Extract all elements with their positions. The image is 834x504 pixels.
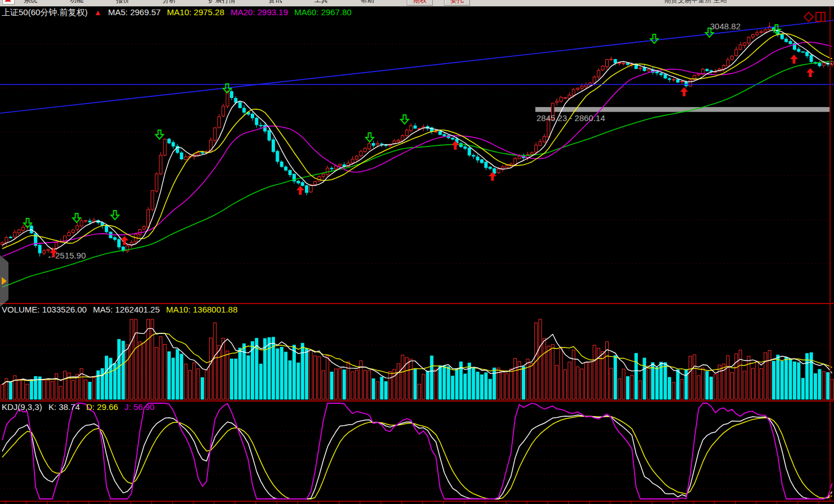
trend-lines[interactable] [0, 20, 834, 113]
trade-button[interactable]: 委托 [444, 0, 470, 6]
main-chart-header: 上证50(60分钟.前复权) ▲ MA5: 2969.57 MA10: 2975… [2, 7, 356, 18]
menu-item-tools[interactable]: 工具 [314, 0, 328, 5]
menu-item-help[interactable]: 帮助 [361, 0, 374, 5]
volume-ma10-label: MA10: 1368001.88 [166, 305, 238, 314]
ma20-label: MA20: 2993.19 [230, 7, 288, 17]
chart-title: 上证50(60分钟.前复权) [2, 7, 88, 17]
corner-icons[interactable] [804, 12, 825, 21]
menu-item-quotes[interactable]: 报价 [116, 0, 130, 5]
low-price-annotation: ←2515.90 [47, 251, 86, 260]
gap-zone-annotation: 2845.23 - 2860.14 [536, 113, 605, 123]
chart-canvas[interactable] [0, 0, 834, 504]
menu-item-function[interactable]: 功能 [70, 0, 83, 5]
expand-triangle-icon [2, 277, 7, 285]
options-button[interactable]: 期权 [407, 0, 433, 6]
server-status-label: 期货交易中金所 主站 [664, 0, 727, 5]
kdj-j-label: J: 56.90 [125, 402, 154, 412]
volume-header: VOLUME: 1033526.00 MA5: 1262401.25 MA10:… [2, 305, 242, 314]
menu-item-news[interactable]: 资讯 [268, 0, 282, 5]
menu-item-system[interactable]: 系统 [24, 0, 37, 5]
trading-terminal: 系统 功能 报价 分析 扩展行情 资讯 工具 帮助 期权 委托 期货交易中金所 … [0, 0, 834, 504]
panel-borders-axis [0, 6, 834, 504]
volume-ma5-label: MA5: 1262401.25 [93, 305, 159, 314]
volume-value-label: VOLUME: 1033526.00 [2, 305, 87, 314]
kdj-k-label: K: 38.74 [48, 402, 80, 412]
trend-up-arrow-icon: ▲ [94, 8, 102, 17]
menu-item-analysis[interactable]: 分析 [162, 0, 176, 5]
kdj-header: KDJ(9,3,3) K: 38.74 D: 29.66 J: 56.90 [2, 402, 158, 412]
volume-bars [1, 319, 834, 399]
high-price-annotation: 3048.82 [710, 21, 740, 31]
kdj-lines [2, 403, 832, 499]
candlesticks [1, 23, 834, 257]
kdj-d-label: D: 29.66 [86, 402, 118, 412]
app-logo-icon[interactable] [2, 0, 15, 5]
ma5-label: MA5: 2969.57 [108, 7, 161, 17]
ma10-label: MA10: 2975.28 [167, 7, 224, 17]
signal-arrows [24, 25, 814, 257]
ma60-label: MA60: 2967.80 [294, 7, 352, 17]
diamond-icon [804, 12, 813, 21]
menu-item-extended[interactable]: 扩展行情 [208, 0, 236, 5]
gap-zone-bar [535, 107, 831, 112]
menu-row: 系统 功能 报价 分析 扩展行情 资讯 工具 帮助 期权 委托 期货交易中金所 … [0, 0, 834, 7]
sidebar-expand-handle[interactable] [0, 255, 8, 307]
kdj-params-label: KDJ(9,3,3) [2, 402, 42, 412]
menu-bar: 系统 功能 报价 分析 扩展行情 资讯 工具 帮助 期权 委托 期货交易中金所 … [0, 0, 834, 7]
